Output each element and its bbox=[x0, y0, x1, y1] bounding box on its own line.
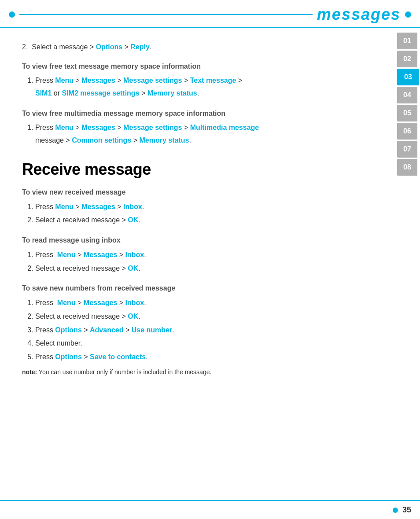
subsection3-step4: Select number. bbox=[35, 337, 384, 350]
header-dot-left bbox=[9, 11, 15, 18]
section1-messages: Messages bbox=[81, 77, 115, 84]
intro-period: . bbox=[150, 43, 151, 51]
intro-step2-text: Select a message > bbox=[32, 43, 96, 51]
content-area: 2. Select a message > Options > Reply. T… bbox=[0, 28, 397, 394]
subsection1-step2: Select a received message > OK. bbox=[35, 214, 384, 227]
section2-multimedia: Multimedia message bbox=[190, 124, 259, 131]
sidebar-item-08[interactable]: 08 bbox=[397, 159, 417, 176]
sub2-messages1: Messages bbox=[84, 251, 118, 258]
section2-step1: Press Menu > Messages > Message settings… bbox=[35, 121, 384, 147]
sidebar: 01 02 03 04 05 06 07 08 bbox=[397, 28, 420, 394]
section2: To view free multimedia message memory s… bbox=[22, 108, 384, 147]
sub3-ok1: OK bbox=[128, 313, 138, 320]
section1-step1: Press Menu > Messages > Message settings… bbox=[35, 74, 384, 100]
subsection3-heading: To save new numbers from received messag… bbox=[22, 283, 384, 294]
section2-heading: To view free multimedia message memory s… bbox=[22, 108, 384, 119]
subsection1-step1: Press Menu > Messages > Inbox. bbox=[35, 201, 384, 213]
section1: To view free text message memory space i… bbox=[22, 61, 384, 100]
receive-message-heading: Receive message bbox=[22, 160, 384, 179]
sub3-step2-text: Select a received message > bbox=[35, 313, 128, 320]
sub3-options1: Options bbox=[55, 326, 81, 334]
subsection2-step1: Press Menu > Messages > Inbox. bbox=[35, 249, 384, 261]
section2-message-settings: Message settings bbox=[123, 124, 182, 131]
sub3-advanced: Advanced bbox=[90, 326, 123, 334]
sidebar-item-01[interactable]: 01 bbox=[397, 33, 417, 49]
sub1-messages1: Messages bbox=[81, 203, 115, 210]
intro-paragraph: 2. Select a message > Options > Reply. bbox=[22, 41, 384, 53]
subsection2-heading: To read message using inbox bbox=[22, 235, 384, 246]
sidebar-item-06[interactable]: 06 bbox=[397, 123, 417, 140]
sub3-step1-pre: Press bbox=[35, 299, 55, 306]
intro-reply: Reply bbox=[130, 43, 150, 51]
sub1-menu1: Menu bbox=[55, 203, 74, 210]
sub1-step2-text: Select a received message > bbox=[35, 216, 128, 224]
subsection1-heading: To view new received message bbox=[22, 187, 384, 198]
section1-sim2: SIM2 message settings bbox=[62, 89, 139, 97]
footer-dot bbox=[393, 508, 398, 513]
subsection3-step1: Press Menu > Messages > Inbox. bbox=[35, 297, 384, 309]
subsection1-list: Press Menu > Messages > Inbox. Select a … bbox=[35, 201, 384, 227]
sub2-step1-pre: Press bbox=[35, 251, 55, 258]
subsection2-step2: Select a received message > OK. bbox=[35, 262, 384, 275]
section2-list: Press Menu > Messages > Message settings… bbox=[35, 121, 384, 147]
sub3-menu1: Menu bbox=[57, 299, 76, 306]
section1-sim1: SIM1 bbox=[35, 89, 52, 97]
sidebar-item-04[interactable]: 04 bbox=[397, 87, 417, 103]
sub3-step4-text: Select number. bbox=[35, 339, 82, 347]
section2-menu: Menu bbox=[55, 124, 74, 131]
sidebar-item-03[interactable]: 03 bbox=[397, 69, 419, 85]
subsection3-step3: Press Options > Advanced > Use number. bbox=[35, 324, 384, 337]
note-paragraph: note: You can use number only if number … bbox=[22, 367, 384, 377]
section1-step1-pre: Press bbox=[35, 77, 55, 84]
section1-menu: Menu bbox=[55, 77, 74, 84]
section1-or: or bbox=[52, 89, 62, 97]
sub2-step2-text: Select a received message > bbox=[35, 265, 128, 272]
section2-step1-pre: Press bbox=[35, 124, 55, 131]
page-footer: 35 bbox=[0, 500, 420, 519]
section2-common: Common settings bbox=[72, 136, 131, 144]
sub1-ok1: OK bbox=[128, 216, 138, 224]
section1-memory-status: Memory status bbox=[147, 89, 197, 97]
page-number: 35 bbox=[402, 505, 411, 515]
header-line bbox=[19, 14, 313, 15]
sub2-menu1: Menu bbox=[57, 251, 76, 258]
sidebar-item-07[interactable]: 07 bbox=[397, 141, 417, 158]
subsection2: To read message using inbox Press Menu >… bbox=[22, 235, 384, 275]
sub3-step3-pre: Press bbox=[35, 326, 55, 334]
sub3-inbox1: Inbox bbox=[125, 299, 144, 306]
section2-message-label: message bbox=[35, 136, 64, 144]
sidebar-item-02[interactable]: 02 bbox=[397, 51, 417, 67]
sub3-options2: Options bbox=[55, 353, 81, 361]
sidebar-item-05[interactable]: 05 bbox=[397, 105, 417, 121]
note-text: You can use number only if number is inc… bbox=[37, 368, 211, 375]
subsection3-step5: Press Options > Save to contacts. bbox=[35, 351, 384, 364]
subsection1: To view new received message Press Menu … bbox=[22, 187, 384, 227]
section1-list: Press Menu > Messages > Message settings… bbox=[35, 74, 384, 100]
section1-text-message: Text message bbox=[190, 77, 236, 84]
section2-memory: Memory status bbox=[140, 136, 189, 144]
sub1-step1-pre: Press bbox=[35, 203, 55, 210]
intro-options: Options bbox=[96, 43, 122, 51]
sub2-inbox1: Inbox bbox=[125, 251, 144, 258]
sub2-ok1: OK bbox=[128, 265, 138, 272]
note-label: note: bbox=[22, 368, 37, 375]
page-title: messages bbox=[317, 5, 401, 24]
sub3-use-number: Use number bbox=[132, 326, 172, 334]
subsection2-list: Press Menu > Messages > Inbox. Select a … bbox=[35, 249, 384, 275]
page-header: messages bbox=[0, 0, 420, 28]
sub3-step5-pre: Press bbox=[35, 353, 55, 361]
subsection3: To save new numbers from received messag… bbox=[22, 283, 384, 377]
header-dot-right bbox=[405, 11, 411, 18]
section1-heading: To view free text message memory space i… bbox=[22, 61, 384, 72]
subsection3-list: Press Menu > Messages > Inbox. Select a … bbox=[35, 297, 384, 364]
main-layout: 2. Select a message > Options > Reply. T… bbox=[0, 28, 420, 394]
sub3-save-to-contacts: Save to contacts bbox=[90, 353, 146, 361]
sub1-inbox1: Inbox bbox=[123, 203, 142, 210]
subsection3-step2: Select a received message > OK. bbox=[35, 310, 384, 323]
sub3-messages1: Messages bbox=[84, 299, 118, 306]
section1-message-settings: Message settings bbox=[123, 77, 182, 84]
section2-messages: Messages bbox=[81, 124, 115, 131]
